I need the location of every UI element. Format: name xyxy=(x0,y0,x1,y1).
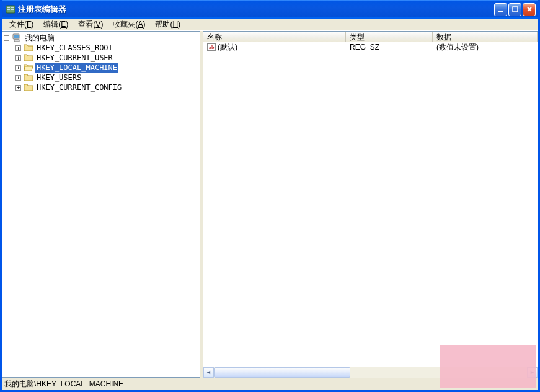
tree-row-hkcr[interactable]: + HKEY_CLASSES_ROOT xyxy=(15,43,198,53)
scroll-thumb[interactable] xyxy=(214,367,350,378)
menubar: 文件(F) 编辑(E) 查看(V) 收藏夹(A) 帮助(H) xyxy=(2,19,538,31)
folder-icon xyxy=(24,53,33,63)
tree-label-selected: HKEY_LOCAL_MACHINE xyxy=(35,63,118,73)
tree-pane[interactable]: − 我的电脑 + xyxy=(2,31,200,378)
svg-rect-2 xyxy=(7,9,10,10)
svg-rect-3 xyxy=(11,7,14,8)
list-cell-type: REG_SZ xyxy=(346,43,433,51)
tree-label: HKEY_CLASSES_ROOT xyxy=(35,43,114,53)
folder-icon xyxy=(24,73,33,82)
status-path: 我的电脑\HKEY_LOCAL_MACHINE xyxy=(4,379,123,390)
tree-row-root[interactable]: − 我的电脑 xyxy=(4,33,198,43)
string-value-icon: ab xyxy=(207,43,216,51)
list-cell-data: (数值未设置) xyxy=(433,42,538,53)
tree-label: HKEY_USERS xyxy=(35,73,82,82)
tree-row-hkcu[interactable]: + HKEY_CURRENT_USER xyxy=(15,53,198,63)
window-title: 注册表编辑器 xyxy=(18,4,494,15)
list-cell-name: ab (默认) xyxy=(203,42,346,53)
tree-label: HKEY_CURRENT_CONFIG xyxy=(35,82,123,92)
scroll-track[interactable] xyxy=(214,367,527,378)
expander-icon[interactable]: + xyxy=(15,55,21,61)
list-header: 名称 类型 数据 xyxy=(203,32,538,42)
svg-rect-5 xyxy=(498,11,503,12)
column-header-data[interactable]: 数据 xyxy=(433,32,538,42)
menu-help[interactable]: 帮助(H) xyxy=(150,18,185,31)
window-controls xyxy=(494,3,536,16)
tree-label: HKEY_CURRENT_USER xyxy=(35,53,114,63)
column-header-type[interactable]: 类型 xyxy=(346,32,433,42)
app-icon xyxy=(6,4,15,14)
minimize-button[interactable] xyxy=(494,3,507,16)
value-name: (默认) xyxy=(218,42,237,53)
tree-children: + HKEY_CLASSES_ROOT + HKEY_CURRENT_USER xyxy=(4,43,198,92)
expander-icon[interactable]: + xyxy=(15,85,21,91)
column-header-name[interactable]: 名称 xyxy=(203,32,346,42)
svg-rect-9 xyxy=(14,40,19,42)
svg-rect-1 xyxy=(7,7,10,8)
content-area: − 我的电脑 + xyxy=(2,31,538,378)
horizontal-scrollbar[interactable]: ◄ ► xyxy=(203,367,538,377)
expander-icon[interactable]: + xyxy=(15,45,21,51)
tree-row-hklm[interactable]: + HKEY_LOCAL_MACHINE xyxy=(15,63,198,73)
expander-icon[interactable]: − xyxy=(4,35,9,41)
tree-row-hkcc[interactable]: + HKEY_CURRENT_CONFIG xyxy=(15,82,198,92)
window-frame: 注册表编辑器 文件(F) 编辑(E) 查看(V) 收藏夹(A) 帮助(H) − xyxy=(0,0,540,392)
svg-rect-4 xyxy=(11,9,14,10)
maximize-button[interactable] xyxy=(508,3,521,16)
svg-rect-8 xyxy=(14,35,19,38)
titlebar[interactable]: 注册表编辑器 xyxy=(2,0,538,19)
tree-row-hku[interactable]: + HKEY_USERS xyxy=(15,73,198,82)
expander-icon[interactable]: + xyxy=(15,65,21,71)
expander-icon[interactable]: + xyxy=(15,75,21,81)
menu-file[interactable]: 文件(F) xyxy=(4,18,38,31)
tree-root-label: 我的电脑 xyxy=(24,33,56,43)
svg-rect-6 xyxy=(513,7,518,12)
list-row[interactable]: ab (默认) REG_SZ (数值未设置) xyxy=(203,42,538,52)
list-body[interactable]: ab (默认) REG_SZ (数值未设置) xyxy=(203,42,538,367)
folder-icon xyxy=(24,82,33,92)
scroll-left-button[interactable]: ◄ xyxy=(203,367,214,378)
folder-icon xyxy=(24,43,33,53)
svg-text:ab: ab xyxy=(209,45,215,50)
statusbar: 我的电脑\HKEY_LOCAL_MACHINE xyxy=(2,378,538,390)
menu-view[interactable]: 查看(V) xyxy=(73,18,108,31)
tree-root-node: − 我的电脑 + xyxy=(4,33,198,92)
computer-icon xyxy=(12,33,22,43)
close-button[interactable] xyxy=(523,3,536,16)
menu-favorites[interactable]: 收藏夹(A) xyxy=(108,18,150,31)
menu-edit[interactable]: 编辑(E) xyxy=(38,18,73,31)
folder-open-icon xyxy=(24,63,33,73)
scroll-right-button[interactable]: ► xyxy=(527,367,538,378)
list-pane: 名称 类型 数据 ab (默认) REG_SZ xyxy=(203,31,538,378)
